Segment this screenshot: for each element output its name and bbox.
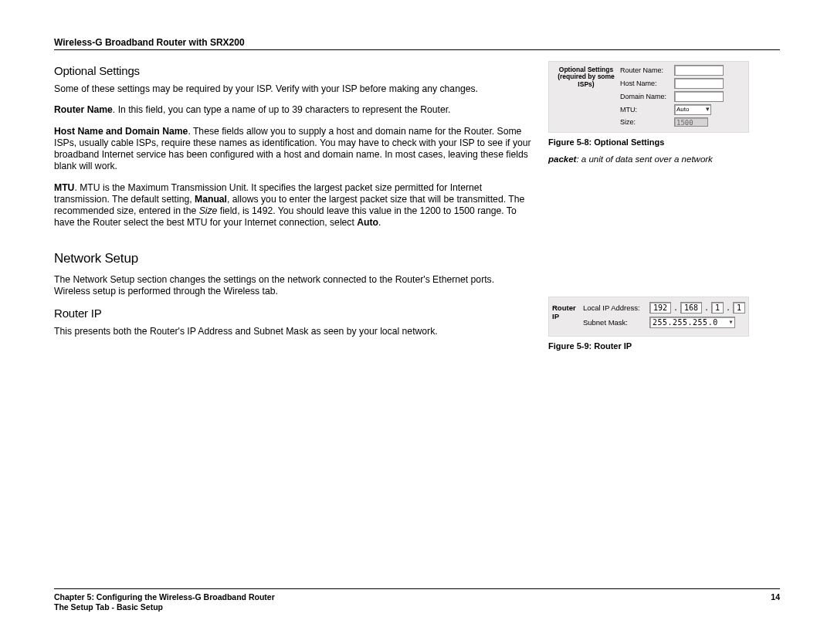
dot-icon: .: [726, 303, 731, 312]
fig58-host-name-label: Host Name:: [620, 80, 674, 87]
dot-icon: .: [704, 303, 709, 312]
paragraph-host-domain: Host Name and Domain Name. These fields …: [54, 126, 533, 173]
fig58-mtu-select: Auto: [674, 104, 711, 115]
fig59-ip-octet-4: 1: [733, 302, 745, 314]
fig59-subnet-select: 255.255.255.0: [649, 317, 735, 328]
dot-icon: .: [673, 303, 678, 312]
fig58-panel-label: Optional Settings (required by some ISPs…: [552, 65, 620, 129]
paragraph-router-ip: This presents both the Router's IP Addre…: [54, 326, 533, 337]
fig58-router-name-label: Router Name:: [620, 66, 674, 74]
paragraph-router-name: Router Name. In this field, you can type…: [54, 104, 533, 116]
fig59-panel-label: Router IP: [552, 302, 583, 331]
term-manual: Manual: [195, 194, 227, 205]
heading-router-ip: Router IP: [54, 307, 533, 320]
fig59-local-ip-label: Local IP Address:: [583, 303, 649, 312]
fig59-ip-octet-3: 1: [711, 302, 724, 314]
footer-subtitle: The Setup Tab - Basic Setup: [54, 602, 780, 612]
fig58-host-name-input: [674, 78, 724, 89]
term-host-domain: Host Name and Domain Name: [54, 126, 188, 137]
fig59-ip-group: 192 . 168 . 1 . 1: [649, 302, 745, 314]
footer-rule: [54, 588, 780, 589]
figure-router-ip: Router IP Local IP Address: 192 . 168 . …: [548, 297, 749, 337]
footer-page-number: 14: [771, 592, 780, 602]
document-title: Wireless-G Broadband Router with SRX200: [54, 37, 780, 48]
heading-optional-settings: Optional Settings: [54, 64, 533, 77]
heading-network-setup: Network Setup: [54, 251, 533, 266]
term-router-name: Router Name: [54, 104, 113, 115]
fig59-ip-octet-2: 168: [680, 302, 702, 314]
text-mtu-4: .: [378, 217, 381, 228]
paragraph-mtu: MTU. MTU is the Maximum Transmission Uni…: [54, 182, 533, 229]
footer-chapter: Chapter 5: Configuring the Wireless-G Br…: [54, 592, 275, 602]
fig58-title-l2: (required by some ISPs): [552, 73, 620, 88]
figure-58-caption: Figure 5-8: Optional Settings: [548, 137, 780, 147]
fig58-domain-name-label: Domain Name:: [620, 93, 674, 100]
paragraph-intro: Some of these settings may be required b…: [54, 83, 533, 95]
fig58-size-label: Size:: [620, 118, 674, 126]
text-router-name: . In this field, you can type a name of …: [113, 104, 451, 115]
fig59-subnet-label: Subnet Mask:: [583, 318, 649, 327]
fig58-size-input: 1500: [674, 117, 708, 127]
term-size: Size: [199, 205, 218, 216]
fig58-router-name-input: [674, 65, 724, 76]
glossary-term: packet: [548, 154, 576, 164]
figure-59-caption: Figure 5-9: Router IP: [548, 341, 780, 351]
term-mtu: MTU: [54, 182, 74, 193]
glossary-packet: packet: a unit of data sent over a netwo…: [548, 154, 780, 164]
glossary-def: : a unit of data sent over a network: [576, 154, 712, 164]
fig58-mtu-label: MTU:: [620, 106, 674, 114]
fig58-domain-name-input: [674, 91, 724, 102]
fig59-ip-octet-1: 192: [649, 302, 671, 314]
figure-optional-settings: Optional Settings (required by some ISPs…: [548, 61, 749, 133]
header-rule: [54, 49, 780, 50]
paragraph-network-setup: The Network Setup section changes the se…: [54, 274, 533, 298]
term-auto: Auto: [357, 217, 378, 228]
